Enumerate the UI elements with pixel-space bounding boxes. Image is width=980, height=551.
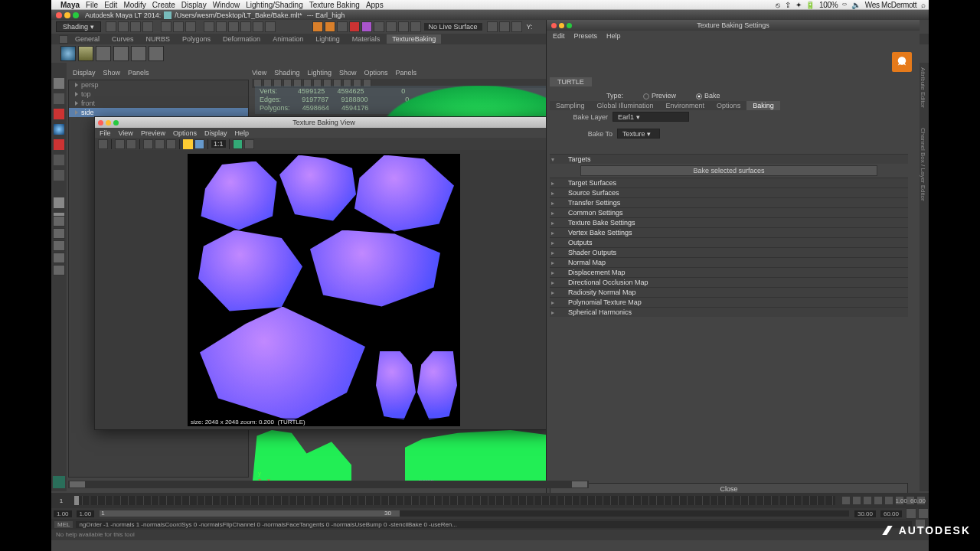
- lasso-tool-icon[interactable]: [54, 93, 64, 104]
- menu-item[interactable]: Options: [173, 129, 197, 137]
- shelf-tab[interactable]: Polygons: [177, 34, 216, 44]
- tbv-tool-icon[interactable]: [233, 139, 243, 149]
- tbv-tool-icon[interactable]: [115, 139, 125, 149]
- minimize-icon[interactable]: [64, 12, 70, 18]
- menu-item[interactable]: Preview: [141, 129, 165, 137]
- section-item[interactable]: ▸Shader Outputs: [550, 247, 908, 257]
- mac-menubar[interactable]: Maya File Edit Modify Create Display Win…: [51, 0, 929, 10]
- snap-icon[interactable]: [265, 21, 276, 32]
- outliner-item[interactable]: persp: [69, 80, 248, 90]
- zoom-icon[interactable]: [567, 23, 572, 28]
- section-item[interactable]: ▸Polynomial Texture Map: [550, 297, 908, 307]
- bake-to-dropdown[interactable]: Texture ▾: [617, 129, 660, 139]
- menu-item[interactable]: File: [100, 129, 111, 137]
- range-field[interactable]: 30.00: [854, 510, 876, 517]
- section-item[interactable]: ▸Vertex Bake Settings: [550, 227, 908, 237]
- snap-icon[interactable]: [204, 21, 214, 32]
- range-field[interactable]: 60.00: [880, 510, 902, 517]
- shelf-tab[interactable]: Animation: [267, 34, 309, 44]
- tool-icon[interactable]: [54, 155, 64, 165]
- shelf-icon[interactable]: [149, 46, 164, 61]
- render-icon[interactable]: [337, 21, 348, 32]
- range-track[interactable]: 1 30: [100, 510, 849, 517]
- menu-edit[interactable]: Edit: [104, 1, 117, 9]
- settings-titlebar[interactable]: Texture Baking Settings: [547, 20, 920, 31]
- autokey-icon[interactable]: [906, 508, 916, 519]
- render-icon[interactable]: [374, 21, 384, 32]
- shelf-icon[interactable]: [78, 46, 93, 61]
- shelf-icon[interactable]: [131, 46, 146, 61]
- shelf-tab[interactable]: Curves: [106, 34, 139, 44]
- shelf-icon[interactable]: [60, 46, 76, 61]
- section-item[interactable]: ▸Normal Map: [550, 257, 908, 267]
- prefs-icon[interactable]: [918, 508, 929, 519]
- snap-icon[interactable]: [228, 21, 239, 32]
- user-name[interactable]: Wes McDermott: [865, 1, 917, 9]
- menu-item[interactable]: Display: [204, 129, 227, 137]
- radio-bake[interactable]: Bake: [696, 92, 720, 99]
- zoom-1to1-button[interactable]: 1:1: [211, 140, 226, 148]
- menu-item[interactable]: Presets: [574, 32, 598, 40]
- close-icon[interactable]: [56, 12, 62, 18]
- time-slider[interactable]: 1 1.00 60.00: [51, 493, 929, 508]
- layout-preset-icon[interactable]: [53, 240, 65, 251]
- tbv-tool-icon[interactable]: [98, 139, 108, 149]
- menu-item[interactable]: Show: [103, 69, 121, 80]
- render-icon[interactable]: [361, 21, 372, 32]
- tool-icon[interactable]: [161, 21, 172, 32]
- tbv-tool-icon[interactable]: [126, 139, 136, 149]
- section-item[interactable]: ▸Texture Bake Settings: [550, 217, 908, 227]
- layout-preset-icon[interactable]: [53, 253, 65, 263]
- tool-icon[interactable]: [130, 21, 141, 32]
- section-item[interactable]: ▸Transfer Settings: [550, 197, 908, 207]
- outliner-item[interactable]: top: [69, 90, 248, 99]
- play-back-icon[interactable]: [863, 496, 872, 505]
- menu-item[interactable]: Shading: [274, 69, 299, 80]
- tab-sampling[interactable]: Sampling: [550, 101, 591, 110]
- app-name[interactable]: Maya: [60, 1, 80, 9]
- section-item[interactable]: ▸Displacement Map: [550, 267, 908, 277]
- bake-selected-button[interactable]: Bake selected surfaces: [580, 165, 877, 176]
- live-surface-field[interactable]: No Live Surface: [424, 23, 482, 31]
- radio-preview[interactable]: Preview: [643, 92, 676, 99]
- home-icon[interactable]: [53, 476, 65, 488]
- tbv-tool-icon[interactable]: [244, 139, 254, 149]
- shelf-tab[interactable]: Lighting: [310, 34, 345, 44]
- tool-icon[interactable]: [173, 21, 184, 32]
- range-field[interactable]: 1.00: [77, 510, 95, 517]
- tool-icon[interactable]: [511, 21, 522, 32]
- menu-item[interactable]: Show: [339, 69, 357, 80]
- color-swatch-icon[interactable]: [183, 139, 193, 149]
- render-icon[interactable]: [349, 21, 360, 32]
- tool-icon[interactable]: [142, 21, 153, 32]
- render-icon[interactable]: [386, 21, 397, 32]
- menu-lighting[interactable]: Lighting/Shading: [246, 1, 303, 9]
- step-fwd-icon[interactable]: [884, 496, 893, 505]
- section-item[interactable]: ▸Directional Occlusion Map: [550, 277, 908, 287]
- select-tool-icon[interactable]: [54, 78, 64, 89]
- spotlight-icon[interactable]: ⌕: [921, 1, 926, 9]
- tbv-tool-icon[interactable]: [155, 139, 165, 149]
- render-icon[interactable]: [312, 21, 323, 32]
- shelf-collapse-icon[interactable]: [59, 35, 68, 44]
- menu-item[interactable]: Help: [234, 129, 249, 137]
- range-field[interactable]: 1.00: [54, 510, 72, 517]
- render-icon[interactable]: [325, 21, 335, 32]
- menu-item[interactable]: Display: [73, 69, 96, 80]
- rewind-icon[interactable]: [841, 496, 851, 505]
- tbv-tool-icon[interactable]: [194, 139, 204, 149]
- section-item[interactable]: ▸Outputs: [550, 237, 908, 247]
- outliner-item[interactable]: front: [69, 99, 248, 108]
- menu-texbake[interactable]: Texture Baking: [309, 1, 360, 9]
- module-dropdown[interactable]: Shading ▾: [56, 21, 101, 32]
- range-slider[interactable]: 1.00 1.00 1 30 30.00 60.00: [51, 508, 929, 519]
- zoom-icon[interactable]: [73, 12, 79, 18]
- shelf-tab[interactable]: Materials: [347, 34, 386, 44]
- menu-item[interactable]: Lighting: [307, 69, 332, 80]
- section-item[interactable]: ▸Source Surfaces: [550, 187, 908, 197]
- section-item[interactable]: ▸Common Settings: [550, 207, 908, 217]
- bake-layer-dropdown[interactable]: Earl1 ▾: [612, 112, 689, 122]
- tbv-canvas[interactable]: size: 2048 x 2048 zoom: 0.200 (TURTLE) F…: [95, 150, 553, 429]
- menu-item[interactable]: Options: [364, 69, 387, 80]
- zoom-icon[interactable]: [113, 120, 119, 126]
